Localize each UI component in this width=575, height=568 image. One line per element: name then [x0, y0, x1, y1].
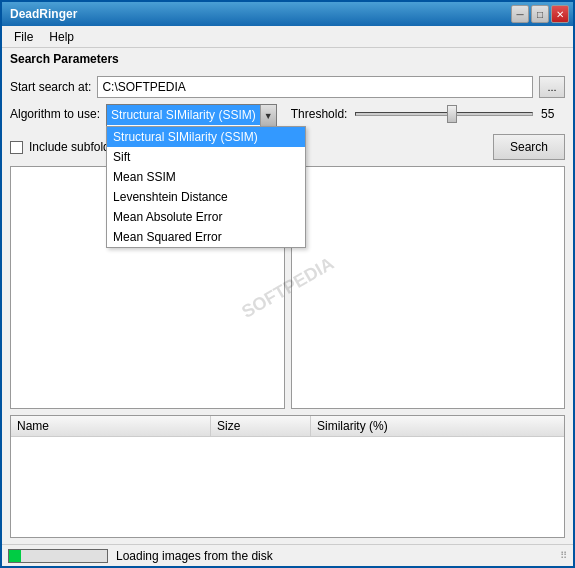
start-search-row: Start search at: ... [10, 76, 565, 98]
algorithm-option-0[interactable]: Structural SIMilarity (SSIM) [107, 127, 305, 147]
col-header-name: Name [11, 416, 211, 436]
algorithm-dropdown[interactable]: Structural SIMilarity (SSIM) ▼ Structura… [106, 104, 277, 128]
algorithm-label: Algorithm to use: [10, 104, 100, 121]
title-bar: DeadRinger ─ □ ✕ [2, 2, 573, 26]
section-header: Search Parameters [2, 48, 573, 70]
subfolder-checkbox[interactable] [10, 141, 23, 154]
progress-bar-fill [9, 550, 21, 562]
threshold-slider[interactable] [355, 112, 533, 116]
main-window: DeadRinger ─ □ ✕ File Help Search Parame… [0, 0, 575, 568]
minimize-button[interactable]: ─ [511, 5, 529, 23]
table-header: Name Size Similarity (%) [11, 416, 564, 437]
content-area: Start search at: ... Algorithm to use: S… [2, 70, 573, 544]
status-text: Loading images from the disk [116, 549, 273, 563]
algorithm-option-4[interactable]: Mean Absolute Error [107, 207, 305, 227]
status-bar: Loading images from the disk ⠿ [2, 544, 573, 566]
table-body [11, 437, 564, 537]
menu-help[interactable]: Help [41, 28, 82, 46]
algorithm-dropdown-list[interactable]: Structural SIMilarity (SSIM) Sift Mean S… [106, 126, 306, 248]
close-button[interactable]: ✕ [551, 5, 569, 23]
algorithm-option-5[interactable]: Mean Squared Error [107, 227, 305, 247]
menu-file[interactable]: File [6, 28, 41, 46]
start-search-label: Start search at: [10, 80, 91, 94]
maximize-button[interactable]: □ [531, 5, 549, 23]
title-bar-controls: ─ □ ✕ [511, 5, 569, 23]
start-search-input[interactable] [97, 76, 533, 98]
slider-container [355, 112, 533, 116]
algorithm-option-3[interactable]: Levenshtein Distance [107, 187, 305, 207]
col-header-size: Size [211, 416, 311, 436]
browse-button[interactable]: ... [539, 76, 565, 98]
menu-bar: File Help [2, 26, 573, 48]
search-button[interactable]: Search [493, 134, 565, 160]
image-panel-right: SOFTPEDIA [291, 166, 566, 409]
results-table: Name Size Similarity (%) [10, 415, 565, 538]
threshold-row: Threshold: 55 [291, 104, 565, 121]
algorithm-dropdown-box[interactable]: Structural SIMilarity (SSIM) ▼ [106, 104, 277, 128]
algorithm-option-1[interactable]: Sift [107, 147, 305, 167]
algorithm-row: Algorithm to use: Structural SIMilarity … [10, 104, 565, 128]
threshold-value: 55 [541, 107, 565, 121]
col-header-similarity: Similarity (%) [311, 416, 564, 436]
window-title: DeadRinger [6, 7, 77, 21]
algorithm-selected-text: Structural SIMilarity (SSIM) [107, 105, 260, 125]
progress-bar-container [8, 549, 108, 563]
gripper-icon: ⠿ [560, 550, 567, 561]
dropdown-arrow-icon[interactable]: ▼ [260, 105, 276, 127]
algorithm-option-2[interactable]: Mean SSIM [107, 167, 305, 187]
threshold-label: Threshold: [291, 107, 348, 121]
